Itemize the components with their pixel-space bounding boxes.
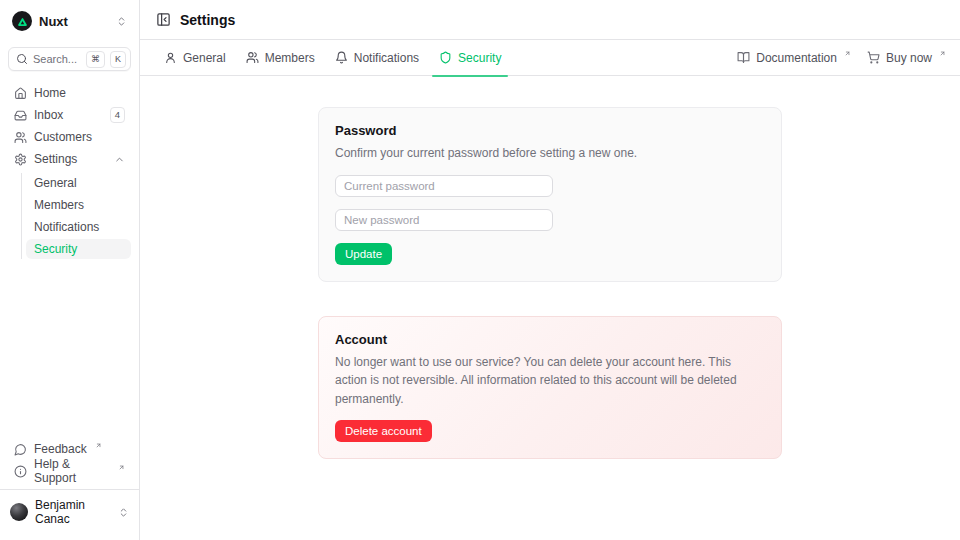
sidebar-nav: Home Inbox 4 Customers Settings [8,83,131,259]
user-menu[interactable]: Benjamin Canac [0,489,139,534]
nuxt-logo-icon [12,11,32,31]
sub-item-label: Notifications [34,220,99,234]
search-placeholder: Search... [33,53,81,65]
settings-security-content: Password Confirm your current password b… [140,76,960,540]
account-card: Account No longer want to use our servic… [318,316,782,460]
users-icon [14,131,27,144]
sub-item-label: Security [34,242,77,256]
cart-icon [867,51,880,64]
tab-label: General [183,51,226,65]
sub-item-label: Members [34,198,84,212]
sidebar-item-label: Settings [34,152,77,166]
info-circle-icon [14,465,27,478]
external-link-icon [95,442,102,449]
app-window: Nuxt Search... ⌘ K Home [0,0,960,540]
users-icon [246,51,259,64]
header-links: Documentation Buy now [737,51,946,65]
tab-label: Notifications [354,51,419,65]
book-open-icon [737,51,750,64]
documentation-label: Documentation [756,51,837,65]
bell-icon [335,51,348,64]
external-link-icon [844,50,851,57]
feedback-label: Feedback [34,442,87,456]
tab-general[interactable]: General [154,40,236,76]
tabs-bar: General Members Notifications Security [140,40,960,76]
external-link-icon [118,464,125,471]
team-switcher[interactable]: Nuxt [8,8,131,34]
documentation-link[interactable]: Documentation [737,51,851,65]
sidebar-item-inbox[interactable]: Inbox 4 [8,105,131,125]
gear-icon [14,153,27,166]
password-card: Password Confirm your current password b… [318,107,782,282]
sidebar-collapse-button[interactable] [156,12,171,27]
sidebar-footer: Feedback Help & Support Benjamin Canac [8,439,131,540]
sidebar-item-label: Home [34,86,66,100]
feedback-link[interactable]: Feedback [8,439,131,459]
sidebar-item-label: Inbox [34,108,63,122]
sidebar-item-home[interactable]: Home [8,83,131,103]
user-icon [164,51,177,64]
new-password-field[interactable] [335,209,553,231]
sidebar-item-label: Customers [34,130,92,144]
password-card-title: Password [335,123,765,138]
external-link-icon [939,50,946,57]
user-name: Benjamin Canac [35,498,111,526]
search-icon [16,53,28,65]
kbd-cmd: ⌘ [86,51,105,68]
page-header: Settings [140,0,960,40]
current-password-field[interactable] [335,175,553,197]
buy-now-label: Buy now [886,51,932,65]
delete-account-button[interactable]: Delete account [335,420,432,442]
inbox-icon [14,109,27,122]
sub-item-label: General [34,176,77,190]
house-icon [14,87,27,100]
sidebar: Nuxt Search... ⌘ K Home [0,0,140,540]
search-input[interactable]: Search... ⌘ K [8,47,131,71]
page-title: Settings [180,12,235,28]
account-card-title: Account [335,332,765,347]
kbd-k: K [110,51,126,68]
settings-subnav: General Members Notifications Security [21,173,131,259]
user-avatar [10,503,28,521]
sidebar-item-settings[interactable]: Settings [8,149,131,169]
message-bubble-icon [14,443,27,456]
team-name: Nuxt [39,14,68,29]
buy-now-link[interactable]: Buy now [867,51,946,65]
sidebar-item-notifications[interactable]: Notifications [26,217,131,237]
sidebar-item-members[interactable]: Members [26,195,131,215]
update-password-button[interactable]: Update [335,243,392,265]
help-support-label: Help & Support [34,457,110,485]
chevrons-up-down-icon [118,507,129,518]
password-card-description: Confirm your current password before set… [335,144,765,163]
tab-label: Security [458,51,501,65]
tab-label: Members [265,51,315,65]
help-support-link[interactable]: Help & Support [8,461,131,481]
tab-members[interactable]: Members [236,40,325,76]
tab-security[interactable]: Security [429,40,511,76]
sidebar-item-customers[interactable]: Customers [8,127,131,147]
tab-notifications[interactable]: Notifications [325,40,429,76]
account-card-description: No longer want to use our service? You c… [335,353,765,409]
sidebar-item-general[interactable]: General [26,173,131,193]
main-panel: Settings General Members Notifications [140,0,960,540]
inbox-count-badge: 4 [110,107,125,123]
chevron-up-icon [114,154,125,165]
sidebar-item-security[interactable]: Security [26,239,131,259]
shield-icon [439,51,452,64]
chevrons-up-down-icon [116,16,127,27]
